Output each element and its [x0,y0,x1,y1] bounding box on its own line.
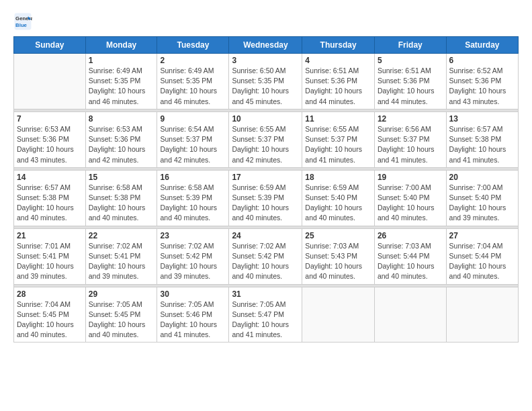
day-cell: 17Sunrise: 6:59 AMSunset: 5:39 PMDayligh… [229,170,302,226]
day-number: 21 [17,231,83,240]
logo-icon: General Blue [13,12,32,31]
day-info: Sunrise: 6:55 AMSunset: 5:37 PMDaylight:… [305,124,371,165]
day-number: 11 [305,114,371,124]
day-number: 22 [89,231,154,240]
day-number: 27 [449,231,515,240]
col-header-saturday: Saturday [446,37,518,54]
day-cell: 25Sunrise: 7:03 AMSunset: 5:43 PMDayligh… [302,228,375,284]
day-cell: 29Sunrise: 7:05 AMSunset: 5:45 PMDayligh… [85,287,157,342]
week-row-3: 14Sunrise: 6:57 AMSunset: 5:38 PMDayligh… [14,170,519,226]
day-cell: 3Sunrise: 6:50 AMSunset: 5:35 PMDaylight… [229,54,302,109]
day-number: 1 [89,56,154,65]
header-row: SundayMondayTuesdayWednesdayThursdayFrid… [14,37,519,54]
week-row-4: 21Sunrise: 7:01 AMSunset: 5:41 PMDayligh… [14,228,519,284]
day-cell: 8Sunrise: 6:53 AMSunset: 5:36 PMDaylight… [85,111,157,167]
day-cell: 12Sunrise: 6:56 AMSunset: 5:37 PMDayligh… [374,111,446,167]
day-cell [14,54,86,109]
week-row-5: 28Sunrise: 7:04 AMSunset: 5:45 PMDayligh… [14,287,519,342]
col-header-tuesday: Tuesday [157,37,229,54]
day-cell: 22Sunrise: 7:02 AMSunset: 5:41 PMDayligh… [85,228,157,284]
day-number: 17 [232,173,299,182]
day-number: 9 [160,114,226,124]
day-info: Sunrise: 7:05 AMSunset: 5:45 PMDaylight:… [89,300,154,340]
day-cell: 9Sunrise: 6:54 AMSunset: 5:37 PMDaylight… [157,111,229,167]
day-info: Sunrise: 6:52 AMSunset: 5:36 PMDaylight:… [449,66,515,107]
day-info: Sunrise: 6:58 AMSunset: 5:39 PMDaylight:… [160,183,226,224]
day-info: Sunrise: 7:00 AMSunset: 5:40 PMDaylight:… [378,183,443,224]
day-info: Sunrise: 7:04 AMSunset: 5:45 PMDaylight:… [17,300,83,340]
day-number: 10 [232,114,299,124]
logo: General Blue [13,12,34,31]
day-info: Sunrise: 6:51 AMSunset: 5:36 PMDaylight:… [305,66,371,107]
day-info: Sunrise: 6:58 AMSunset: 5:38 PMDaylight:… [89,183,154,224]
col-header-friday: Friday [374,37,446,54]
day-number: 5 [378,56,443,65]
day-cell: 23Sunrise: 7:02 AMSunset: 5:42 PMDayligh… [157,228,229,284]
day-number: 24 [232,231,299,240]
day-info: Sunrise: 7:03 AMSunset: 5:44 PMDaylight:… [378,241,443,282]
day-info: Sunrise: 6:57 AMSunset: 5:38 PMDaylight:… [449,124,515,165]
day-info: Sunrise: 6:49 AMSunset: 5:35 PMDaylight:… [89,66,154,107]
day-info: Sunrise: 6:51 AMSunset: 5:36 PMDaylight:… [378,66,443,107]
day-number: 13 [449,114,515,124]
day-cell: 10Sunrise: 6:55 AMSunset: 5:37 PMDayligh… [229,111,302,167]
day-cell: 14Sunrise: 6:57 AMSunset: 5:38 PMDayligh… [14,170,86,226]
day-info: Sunrise: 6:59 AMSunset: 5:39 PMDaylight:… [232,183,299,224]
day-number: 4 [305,56,371,65]
day-cell [374,287,446,342]
day-number: 28 [17,289,83,299]
day-number: 26 [378,231,443,240]
day-cell: 21Sunrise: 7:01 AMSunset: 5:41 PMDayligh… [14,228,86,284]
day-cell: 26Sunrise: 7:03 AMSunset: 5:44 PMDayligh… [374,228,446,284]
day-number: 29 [89,289,154,299]
day-info: Sunrise: 7:00 AMSunset: 5:40 PMDaylight:… [449,183,515,224]
week-row-2: 7Sunrise: 6:53 AMSunset: 5:36 PMDaylight… [14,111,519,167]
day-info: Sunrise: 7:02 AMSunset: 5:41 PMDaylight:… [89,241,154,282]
day-cell: 18Sunrise: 6:59 AMSunset: 5:40 PMDayligh… [302,170,375,226]
page: General Blue SundayMondayTuesdayWednesda… [0,0,532,411]
header: General Blue [13,12,519,31]
day-number: 31 [232,289,299,299]
day-cell: 27Sunrise: 7:04 AMSunset: 5:44 PMDayligh… [446,228,518,284]
day-cell: 5Sunrise: 6:51 AMSunset: 5:36 PMDaylight… [374,54,446,109]
day-info: Sunrise: 7:05 AMSunset: 5:46 PMDaylight:… [160,300,226,340]
day-info: Sunrise: 7:05 AMSunset: 5:47 PMDaylight:… [232,300,299,340]
calendar-header: SundayMondayTuesdayWednesdayThursdayFrid… [14,37,519,54]
day-cell [446,287,518,342]
col-header-thursday: Thursday [302,37,375,54]
day-number: 6 [449,56,515,65]
day-cell: 7Sunrise: 6:53 AMSunset: 5:36 PMDaylight… [14,111,86,167]
day-number: 14 [17,173,83,182]
day-info: Sunrise: 6:55 AMSunset: 5:37 PMDaylight:… [232,124,299,165]
day-cell: 13Sunrise: 6:57 AMSunset: 5:38 PMDayligh… [446,111,518,167]
day-cell: 28Sunrise: 7:04 AMSunset: 5:45 PMDayligh… [14,287,86,342]
day-cell: 16Sunrise: 6:58 AMSunset: 5:39 PMDayligh… [157,170,229,226]
day-number: 20 [449,173,515,182]
day-info: Sunrise: 7:04 AMSunset: 5:44 PMDaylight:… [449,241,515,282]
day-number: 15 [89,173,154,182]
day-cell: 15Sunrise: 6:58 AMSunset: 5:38 PMDayligh… [85,170,157,226]
day-info: Sunrise: 7:03 AMSunset: 5:43 PMDaylight:… [305,241,371,282]
day-cell: 30Sunrise: 7:05 AMSunset: 5:46 PMDayligh… [157,287,229,342]
day-cell: 19Sunrise: 7:00 AMSunset: 5:40 PMDayligh… [374,170,446,226]
day-number: 8 [89,114,154,124]
day-number: 16 [160,173,226,182]
day-number: 30 [160,289,226,299]
col-header-wednesday: Wednesday [229,37,302,54]
day-cell: 2Sunrise: 6:49 AMSunset: 5:35 PMDaylight… [157,54,229,109]
day-cell: 20Sunrise: 7:00 AMSunset: 5:40 PMDayligh… [446,170,518,226]
day-info: Sunrise: 7:02 AMSunset: 5:42 PMDaylight:… [160,241,226,282]
day-number: 18 [305,173,371,182]
day-info: Sunrise: 6:49 AMSunset: 5:35 PMDaylight:… [160,66,226,107]
col-header-sunday: Sunday [14,37,86,54]
week-row-1: 1Sunrise: 6:49 AMSunset: 5:35 PMDaylight… [14,54,519,109]
svg-text:Blue: Blue [15,22,28,28]
day-cell: 1Sunrise: 6:49 AMSunset: 5:35 PMDaylight… [85,54,157,109]
day-number: 3 [232,56,299,65]
day-number: 25 [305,231,371,240]
calendar-table: SundayMondayTuesdayWednesdayThursdayFrid… [13,36,519,342]
day-info: Sunrise: 7:02 AMSunset: 5:42 PMDaylight:… [232,241,299,282]
calendar-body: 1Sunrise: 6:49 AMSunset: 5:35 PMDaylight… [14,54,519,342]
day-info: Sunrise: 7:01 AMSunset: 5:41 PMDaylight:… [17,241,83,282]
day-info: Sunrise: 6:50 AMSunset: 5:35 PMDaylight:… [232,66,299,107]
